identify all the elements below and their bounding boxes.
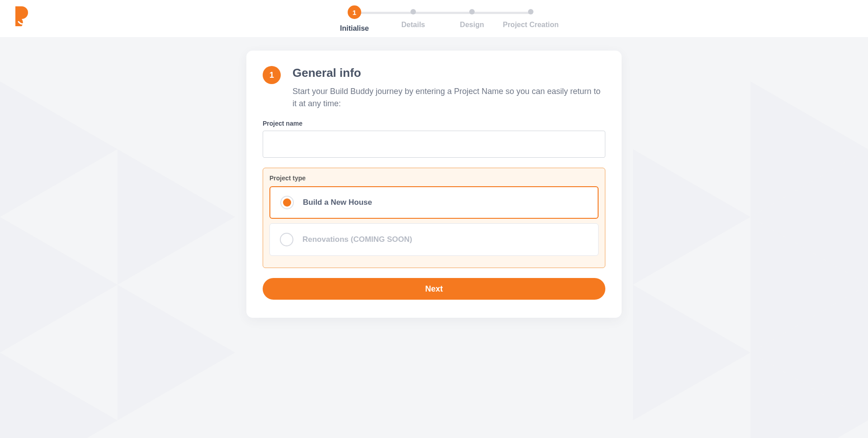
step-dot [528, 9, 533, 14]
card-subtitle: Start your Build Buddy journey by enteri… [292, 85, 605, 110]
project-name-label: Project name [263, 120, 605, 127]
step-connector [354, 12, 413, 14]
step-label: Project Creation [503, 21, 559, 29]
radio-label: Build a New House [303, 198, 372, 207]
step-label: Initialise [340, 24, 369, 33]
card-title: General info [292, 66, 605, 80]
card-step-badge: 1 [263, 66, 281, 84]
radio-inner-icon [283, 235, 291, 244]
radio-inner-icon [283, 198, 291, 207]
step-design[interactable]: Design [443, 5, 501, 29]
radio-icon [280, 233, 293, 246]
step-details[interactable]: Details [384, 5, 443, 29]
card-header: 1 General info Start your Build Buddy jo… [263, 66, 605, 110]
step-label: Details [401, 21, 425, 29]
general-info-card: 1 General info Start your Build Buddy jo… [246, 51, 622, 318]
page-body: 1 General info Start your Build Buddy jo… [0, 37, 868, 354]
project-type-option-new-house[interactable]: Build a New House [269, 186, 599, 219]
step-project-creation[interactable]: Project Creation [501, 5, 560, 29]
top-bar: 1 Initialise Details Design Project Crea… [0, 0, 868, 37]
step-initialise[interactable]: 1 Initialise [325, 5, 384, 33]
step-dot [469, 9, 475, 14]
step-dot [410, 9, 416, 14]
project-name-input[interactable] [263, 131, 605, 158]
project-type-box: Project type Build a New House Renovatio… [263, 168, 605, 268]
svg-marker-7 [750, 353, 868, 438]
step-dot-active: 1 [348, 5, 361, 19]
step-connector [472, 12, 531, 14]
next-button[interactable]: Next [263, 278, 605, 300]
project-type-label: Project type [269, 174, 599, 182]
step-connector [413, 12, 472, 14]
card-step-number: 1 [269, 71, 274, 80]
stepper: 1 Initialise Details Design Project Crea… [325, 5, 560, 33]
form-area: Project name Project type Build a New Ho… [263, 120, 605, 300]
radio-icon [280, 196, 294, 209]
radio-label: Renovations (COMING SOON) [302, 235, 412, 244]
step-label: Design [460, 21, 484, 29]
project-type-option-renovations: Renovations (COMING SOON) [269, 223, 599, 256]
logo-icon [14, 5, 31, 27]
svg-marker-2 [0, 353, 118, 438]
step-number: 1 [353, 9, 356, 16]
next-button-label: Next [425, 284, 443, 293]
